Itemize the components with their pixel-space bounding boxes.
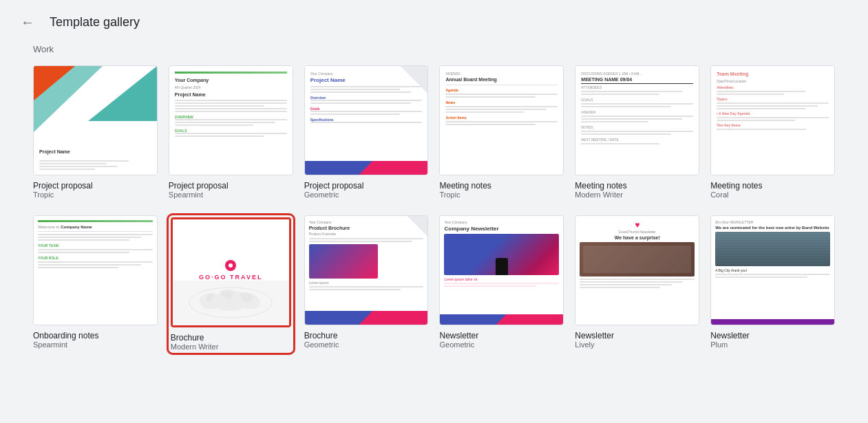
template-label: Meeting notes Coral — [710, 181, 835, 199]
template-label: Brochure Geometric — [304, 331, 429, 349]
template-card-newsletter-plum[interactable]: Bro-Skur NEWSLETTER We are nominated for… — [710, 215, 835, 353]
template-label: Newsletter Geometric — [439, 331, 564, 349]
template-card-onboarding-spearmint[interactable]: Welcome to Company Name YOUR TEAM YOUR R… — [33, 215, 158, 353]
template-thumbnail: Team Meeting Date/Time/Location Attendee… — [710, 65, 835, 175]
template-grid-row2: Welcome to Company Name YOUR TEAM YOUR R… — [33, 215, 835, 353]
template-card-proj-tropic[interactable]: Project Name Project proposal Tropic — [33, 65, 158, 199]
template-card-proj-spearmint[interactable]: Your Company 4th Quarter 2024 Project Na… — [169, 65, 293, 199]
template-thumbnail: Your Company Company Newsletter Lorem ip… — [439, 215, 564, 325]
template-label: Onboarding notes Spearmint — [33, 331, 158, 349]
template-card-meeting-modern[interactable]: DISCUSSING AGENDA 1 JAN • 9 AM... MEETIN… — [575, 65, 699, 199]
template-card-brochure-modern[interactable]: GO·GO TRAVEL Tribal Brochure — [169, 215, 293, 353]
template-label: Brochure Modern Writer — [171, 333, 291, 351]
template-card-newsletter-geometric[interactable]: Your Company Company Newsletter Lorem ip… — [439, 215, 564, 353]
template-label: Newsletter Lively — [575, 331, 699, 349]
template-label: Meeting notes Modern Writer — [575, 181, 699, 199]
page-title: Template gallery — [50, 15, 140, 30]
template-label: Project proposal Tropic — [33, 181, 158, 199]
template-thumbnail: AGENDA Annual Board Meeting Agenda Notes — [439, 65, 564, 175]
back-button[interactable]: ← — [17, 11, 39, 33]
template-label: Project proposal Spearmint — [169, 181, 293, 199]
template-label: Project proposal Geometric — [304, 181, 429, 199]
template-thumbnail: Your Company Project Name Overview Goals… — [304, 65, 429, 175]
template-thumbnail: ♥ GrandThumb Newsletter We have a surpri… — [575, 215, 699, 325]
template-card-meeting-coral[interactable]: Team Meeting Date/Time/Location Attendee… — [710, 65, 835, 199]
template-card-proj-geometric[interactable]: Your Company Project Name Overview Goals… — [304, 65, 429, 199]
template-thumbnail: Your Company 4th Quarter 2024 Project Na… — [169, 65, 293, 175]
template-card-brochure-geometric[interactable]: Your Company Product Brochure Product Ov… — [304, 215, 429, 353]
template-thumbnail: Welcome to Company Name YOUR TEAM YOUR R… — [33, 215, 158, 325]
header: ← Template gallery — [0, 0, 868, 44]
template-thumbnail: Project Name — [33, 65, 158, 175]
template-label: Newsletter Plum — [710, 331, 835, 349]
template-grid-row1: Project Name Project proposal Tropic You… — [33, 65, 835, 199]
template-thumbnail: Bro-Skur NEWSLETTER We are nominated for… — [710, 215, 835, 325]
section-title: Work — [33, 44, 835, 54]
template-thumbnail: Your Company Product Brochure Product Ov… — [304, 215, 429, 325]
template-label: Meeting notes Tropic — [439, 181, 564, 199]
template-thumbnail: DISCUSSING AGENDA 1 JAN • 9 AM... MEETIN… — [575, 65, 699, 175]
template-card-newsletter-lively[interactable]: ♥ GrandThumb Newsletter We have a surpri… — [575, 215, 699, 353]
template-card-meeting-tropic[interactable]: AGENDA Annual Board Meeting Agenda Notes — [439, 65, 564, 199]
template-thumbnail: GO·GO TRAVEL Tribal Brochure — [171, 217, 291, 327]
content: Work Project Name Project proposal Trop — [0, 44, 868, 386]
